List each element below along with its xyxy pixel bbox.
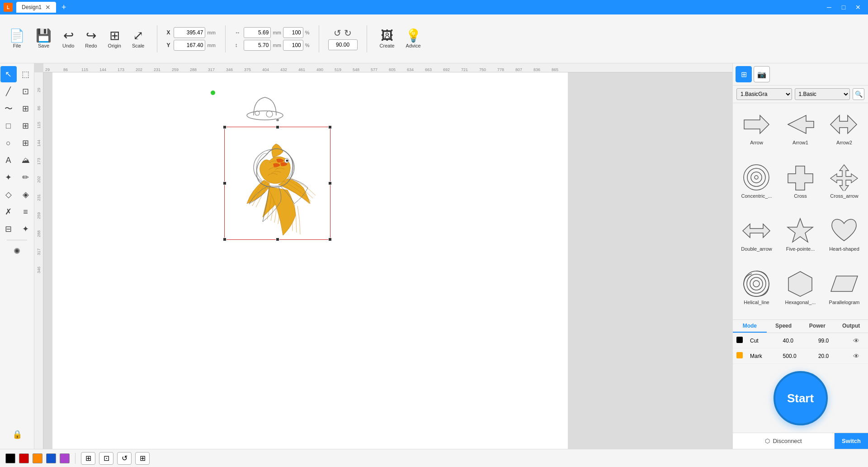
rotate-input[interactable] [328,39,358,50]
shape-item-helical[interactable]: Helical_line [736,267,777,316]
color-orange[interactable] [33,453,42,463]
helical-shape-icon [741,269,773,299]
create-group: 🖼 Create 💡 Advice [376,28,425,50]
tab-close-button[interactable]: ✕ [45,4,51,11]
lock-button[interactable]: 🔒 [9,426,25,443]
array-tool-button[interactable]: ⊞ [18,118,34,134]
file-icon: 📄 [9,29,25,42]
line-tool-button[interactable]: ╱ [0,83,17,100]
polygon-tool-button[interactable]: ◇ [0,186,17,203]
align-tool-button[interactable]: ⊞ [18,100,34,117]
canvas-white[interactable] [52,72,568,449]
mirror-tool-button[interactable]: ⛰ [18,152,34,168]
eraser-tool-button[interactable]: ✗ [0,204,17,220]
shape-item-hexagonal[interactable]: Hexagonal_... [780,267,821,316]
width-pct-input[interactable] [283,27,303,38]
mark-eye-icon[interactable]: 👁 [853,353,859,360]
tab-output[interactable]: Output [834,320,868,333]
fill-tool-button[interactable]: ◈ [18,186,34,203]
line-tools: ╱ ⊡ [0,83,34,100]
origin-button[interactable]: ⊞ Origin [104,28,125,50]
redo-button[interactable]: ↪ Redo [81,28,100,50]
shape-category-select[interactable]: 1.BasicGra [736,88,792,100]
shape-item-arrow1[interactable]: Arrow1 [780,107,821,157]
tab-speed[interactable]: Speed [767,320,801,333]
cut-eye-icon[interactable]: 👁 [853,337,859,344]
select-all-button[interactable]: ⊡ [99,452,113,465]
svg-point-17 [744,271,769,296]
shape-subcategory-select[interactable]: 1.Basic [795,88,850,100]
color-purple[interactable] [60,453,70,463]
shape-search-button[interactable]: 🔍 [853,88,864,100]
redo-icon: ↪ [86,29,96,42]
shape-item-cross-arrow[interactable]: Cross_arrow [824,160,864,210]
y-input[interactable] [174,40,205,51]
curve-tool-button[interactable]: 〜 [0,100,17,117]
shapes-panel-button[interactable]: ⊞ [736,66,752,82]
disconnect-button[interactable]: ⬡ Disconnect [733,433,835,449]
transform-button[interactable]: ⊞ [81,452,95,465]
scale-button[interactable]: ⤢ Scale [128,28,148,50]
arrow-svg [742,113,771,136]
toolbar-separator-2 [225,25,226,52]
undo-button[interactable]: ↩ Undo [59,28,78,50]
create-button[interactable]: 🖼 Create [376,28,398,50]
table-tool-button[interactable]: ⊟ [0,221,17,237]
rotate-all-button[interactable]: ↺ [117,452,132,465]
canvas-area[interactable]: 29 86 115 144 173 202 231 259 288 317 34… [34,63,732,449]
shape-item-heart[interactable]: Heart-shaped [824,213,864,263]
start-button[interactable]: Start [774,371,828,425]
layer-row-mark[interactable]: Mark 500.0 20.0 👁 [733,348,868,364]
file-button[interactable]: 📄 File [5,28,28,50]
shape-item-double-arrow[interactable]: Double_arrow [736,213,777,263]
node-tool-button[interactable]: ⬚ [18,66,34,82]
special-tool-button[interactable]: ✦ [18,221,34,237]
text-tool-button[interactable]: A [0,152,17,168]
close-button[interactable]: ✕ [852,3,864,12]
maximize-button[interactable]: □ [837,3,850,12]
star-tool-button[interactable]: ✦ [0,169,17,186]
switch-button[interactable]: Switch [835,433,868,449]
ellipse-tool-button[interactable]: ○ [0,135,17,151]
svg-marker-7 [788,115,814,133]
height-pct-input[interactable] [283,40,303,51]
advice-button[interactable]: 💡 Advice [402,28,425,50]
mark-visibility[interactable]: 👁 [845,348,868,364]
rotate-ccw-button[interactable]: ↺ [334,28,341,38]
x-input[interactable] [174,27,205,38]
effects-tool-button[interactable]: ✺ [9,243,25,259]
app-tab[interactable]: Design1 ✕ [16,2,56,13]
shape-item-concentric[interactable]: Concentric_... [736,160,777,210]
color-blue[interactable] [46,453,56,463]
shape-item-arrow2[interactable]: Arrow2 [824,107,864,157]
tab-power[interactable]: Power [801,320,835,333]
select-tool-button[interactable]: ↖ [0,66,17,82]
shape-item-cross[interactable]: Cross [780,160,821,210]
toolbar-separator-3 [319,25,319,52]
cut-visibility[interactable]: 👁 [845,333,868,348]
height-input[interactable] [244,40,271,51]
color-red[interactable] [19,453,29,463]
minimize-button[interactable]: ─ [823,3,835,12]
main-area: ↖ ⬚ ╱ ⊡ 〜 ⊞ □ ⊞ ○ ⊞ A ⛰ ✦ ✏ ◇ ◈ [0,63,868,449]
shape-item-five-point[interactable]: Five-pointe... [780,213,821,263]
layer-row-cut[interactable]: Cut 40.0 99.0 👁 [733,333,868,348]
camera-panel-button[interactable]: 📷 [754,66,770,82]
rotate-cw-button[interactable]: ↻ [344,28,352,38]
grid-view-button[interactable]: ⊞ [135,452,150,465]
svg-point-5 [286,160,288,162]
rect-tool-button[interactable]: □ [0,118,17,134]
save-button[interactable]: 💾 Save [32,28,55,50]
tab-mode[interactable]: Mode [733,320,767,333]
color-black[interactable] [5,453,15,463]
cut-label: Cut [746,333,779,348]
grid2-tool-button[interactable]: ⊞ [18,135,34,151]
shape-item-arrow[interactable]: Arrow [736,107,777,157]
height-icon: ↕ [235,42,242,48]
width-input[interactable] [244,27,271,38]
shape-item-parallelogram[interactable]: Parallelogram [824,267,864,316]
layer2-tool-button[interactable]: ≡ [18,204,34,220]
add-tab-button[interactable]: + [61,3,66,12]
draw-tool-button[interactable]: ✏ [18,169,34,186]
copy-tool-button[interactable]: ⊡ [18,83,34,100]
